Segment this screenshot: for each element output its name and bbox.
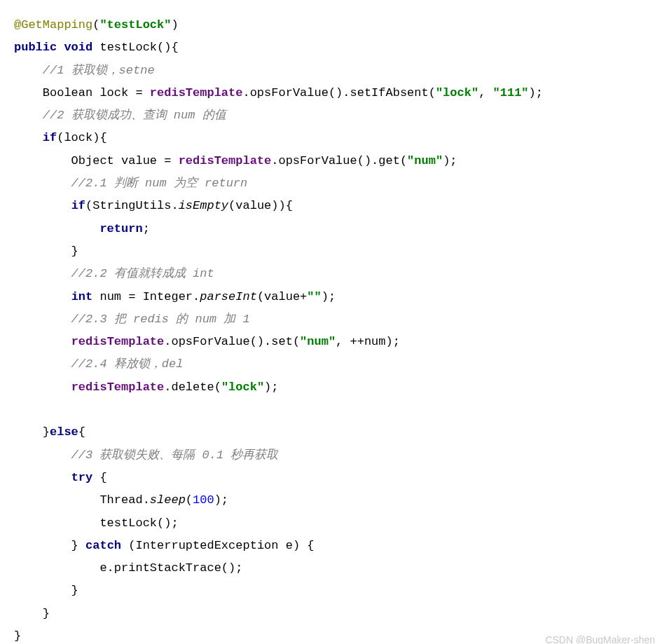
static-call-token: parseInt xyxy=(200,290,257,303)
text: (lock){ xyxy=(57,131,106,144)
text: , ++num); xyxy=(336,335,400,348)
keyword-token: if xyxy=(43,131,57,144)
text: testLock(){ xyxy=(92,41,178,54)
text: ); xyxy=(322,290,336,303)
keyword-token: else xyxy=(50,425,78,439)
string-token: "testLock" xyxy=(99,18,171,32)
text: (value)){ xyxy=(228,199,293,212)
keyword-token: catch xyxy=(85,539,121,552)
punct: ) xyxy=(171,18,178,32)
text: { xyxy=(92,471,106,484)
field-token: redisTemplate xyxy=(179,154,272,167)
number-token: 100 xyxy=(193,493,214,507)
text: .opsForValue().get( xyxy=(271,154,407,167)
text: ( xyxy=(186,493,193,507)
text xyxy=(14,222,99,235)
string-token: "lock" xyxy=(221,381,264,394)
field-token: redisTemplate xyxy=(150,86,243,100)
text: , xyxy=(478,86,492,100)
text: (StringUtils. xyxy=(85,199,179,212)
text: .delete( xyxy=(164,381,221,394)
keyword-token: try xyxy=(71,471,93,484)
space xyxy=(57,41,64,54)
text: .opsForValue().set( xyxy=(164,335,300,348)
keyword-token: if xyxy=(71,199,85,212)
string-token: "111" xyxy=(493,86,529,100)
text: testLock(); xyxy=(14,516,179,530)
comment-token: //2.1 判断 num 为空 return xyxy=(14,177,247,190)
text xyxy=(14,335,71,348)
text xyxy=(14,290,71,303)
string-token: "num" xyxy=(407,154,443,167)
string-token: "" xyxy=(307,290,321,303)
text: ); xyxy=(529,86,543,100)
text: e.printStackTrace(); xyxy=(14,561,242,575)
comment-token: //2.3 把 redis 的 num 加 1 xyxy=(14,313,250,326)
text xyxy=(14,199,71,212)
comment-token: //2 获取锁成功、查询 num 的值 xyxy=(14,109,226,122)
field-token: redisTemplate xyxy=(71,381,165,394)
text: num = Integer. xyxy=(92,290,200,303)
static-call-token: sleep xyxy=(150,493,186,507)
text: ); xyxy=(443,154,457,167)
text xyxy=(14,471,71,484)
text: (value+ xyxy=(257,290,307,303)
text: ); xyxy=(264,381,278,394)
keyword-token: int xyxy=(71,290,93,303)
text: .opsForValue().setIfAbsent( xyxy=(242,86,435,100)
comment-token: //3 获取锁失败、每隔 0.1 秒再获取 xyxy=(14,448,278,462)
text xyxy=(14,381,71,394)
code-block: @GetMapping("testLock") public void test… xyxy=(14,14,655,644)
field-token: redisTemplate xyxy=(71,335,165,348)
text: Boolean lock = xyxy=(14,86,150,100)
comment-token: //2.2 有值就转成成 int xyxy=(14,267,214,280)
text: ; xyxy=(143,222,150,235)
string-token: "lock" xyxy=(436,86,478,100)
keyword-token: void xyxy=(64,41,92,54)
text xyxy=(14,131,43,144)
text: } xyxy=(14,629,21,643)
text: } xyxy=(14,539,85,552)
text: Thread. xyxy=(14,493,150,507)
string-token: "num" xyxy=(300,335,336,348)
watermark-text: CSDN @BugMaker-shen xyxy=(545,631,655,644)
text: { xyxy=(78,425,85,439)
text: ); xyxy=(214,493,228,507)
keyword-token: public xyxy=(14,41,57,54)
text: (InterruptedException e) { xyxy=(121,539,314,552)
text: Object value = xyxy=(14,154,179,167)
text: } xyxy=(14,584,78,597)
comment-token: //1 获取锁，setne xyxy=(14,64,155,77)
punct: ( xyxy=(92,18,99,32)
annotation-token: @GetMapping xyxy=(14,18,92,32)
comment-token: //2.4 释放锁，del xyxy=(14,357,183,371)
text: } xyxy=(14,425,50,439)
text: } xyxy=(14,245,78,258)
text: } xyxy=(14,607,50,620)
static-call-token: isEmpty xyxy=(179,199,228,212)
keyword-token: return xyxy=(99,222,142,235)
